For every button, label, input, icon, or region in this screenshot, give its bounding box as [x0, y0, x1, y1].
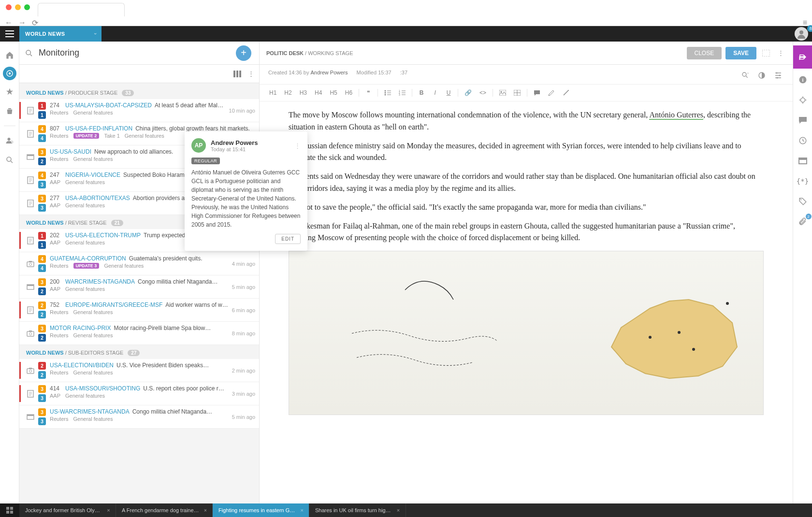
ordered-list-button[interactable]: 123 — [396, 88, 408, 98]
comment-button[interactable] — [531, 88, 543, 98]
list-item[interactable]: 1 1 274 US-MALAYSIA-BOAT-CAPSIZED At lea… — [19, 99, 259, 122]
window-close-icon[interactable] — [6, 4, 12, 10]
browser-menu-icon[interactable]: ≡ — [803, 18, 807, 27]
related-icon[interactable] — [793, 91, 812, 109]
close-button[interactable]: CLOSE — [687, 47, 722, 59]
workspace-tab[interactable]: Jockey and former British Olympic…× — [19, 503, 116, 517]
author-name[interactable]: Andrew Powers — [310, 70, 348, 75]
h5-button[interactable]: H5 — [327, 87, 340, 98]
article-paragraph[interactable]: "It's not to save the people," the offic… — [289, 201, 764, 214]
workspace-tab[interactable]: A French gendarme dog trainer of PSIG× — [116, 503, 213, 517]
more-options-icon[interactable]: ⋮ — [248, 70, 254, 77]
article-paragraph[interactable]: The Russian defence ministry said on Mon… — [289, 140, 764, 164]
history-icon[interactable] — [793, 131, 812, 150]
attachments-icon[interactable]: 2 — [793, 213, 812, 231]
contrast-icon[interactable] — [756, 70, 768, 81]
priority-badge: 3 — [38, 385, 46, 393]
annotation-popover: AP Andrew Powers Today at 15:41 ⋮ REGULA… — [185, 131, 307, 251]
annotated-span[interactable]: António Guterres — [649, 111, 703, 120]
link-button[interactable]: 🔗 — [462, 87, 475, 98]
browser-tab[interactable] — [38, 3, 125, 16]
window-minimize-icon[interactable] — [15, 4, 21, 10]
macros-icon[interactable]: {*} — [793, 172, 812, 190]
desk-dropdown[interactable]: WORLD NEWS — [19, 26, 102, 42]
popover-more-icon[interactable]: ⋮ — [294, 142, 301, 149]
pkg-type-icon — [24, 408, 37, 425]
list-item[interactable]: 3 3 US-WARCRIMES-NTAGANDA Congo militia … — [19, 405, 259, 429]
hamburger-menu-icon[interactable] — [0, 26, 19, 42]
article-body[interactable]: The move by Moscow follows mounting inte… — [260, 101, 793, 503]
suggest-button[interactable] — [560, 87, 572, 98]
search-icon[interactable] — [25, 49, 33, 57]
embedded-map[interactable] — [289, 251, 764, 415]
window-maximize-icon[interactable] — [24, 4, 30, 10]
list-item[interactable]: 4 4 GUATEMALA-CORRUPTION Guatemala's pre… — [19, 252, 259, 275]
pkg-type-icon — [24, 148, 37, 165]
notifications-icon[interactable]: 8 — [791, 27, 812, 41]
bold-button[interactable]: B — [416, 87, 427, 98]
h3-button[interactable]: H3 — [297, 87, 310, 98]
send-to-button[interactable] — [793, 45, 812, 69]
find-replace-icon[interactable]: + — [740, 70, 751, 81]
list-item[interactable]: 3 3 414 USA-MISSOURI/SHOOTING U.S. repor… — [19, 382, 259, 405]
category: General features — [73, 309, 113, 315]
article-paragraph[interactable]: Residents said on Wednesday they were un… — [289, 171, 764, 195]
quote-button[interactable]: ❝ — [362, 87, 374, 98]
home-icon[interactable] — [2, 47, 17, 63]
italic-button[interactable]: I — [429, 87, 441, 98]
list-item[interactable]: 2 2 USA-ELECTIONI/BIDEN U.S. Vice Presid… — [19, 359, 259, 382]
packages-icon[interactable] — [793, 152, 812, 170]
workspace-tab[interactable]: Shares in UK oil firms turn higher× — [309, 503, 406, 517]
comments-rail-icon[interactable] — [793, 111, 812, 129]
slugline: USA-ELECTIONI/BIDEN — [50, 362, 114, 369]
list-view-controls: ⋮ — [19, 65, 259, 83]
add-button[interactable]: + — [236, 45, 251, 61]
h4-button[interactable]: H4 — [312, 87, 325, 98]
urgency-badge: 3 — [38, 394, 46, 402]
trash-icon[interactable] — [2, 103, 17, 119]
monitoring-icon[interactable] — [3, 67, 16, 80]
svg-text:3: 3 — [399, 93, 400, 96]
popover-edit-button[interactable]: EDIT — [275, 234, 301, 244]
tags-icon[interactable] — [793, 192, 812, 211]
embed-button[interactable]: <> — [477, 87, 489, 98]
close-tab-icon[interactable]: × — [204, 507, 206, 513]
h1-button[interactable]: H1 — [266, 87, 279, 98]
list-item[interactable]: 3 2 200 WARCRIMES-NTAGANDA Congo militia… — [19, 275, 259, 299]
h6-button[interactable]: H6 — [342, 87, 355, 98]
article-paragraph[interactable]: The move by Moscow follows mounting inte… — [289, 109, 764, 133]
user-assign-icon[interactable] — [2, 133, 17, 148]
underline-button[interactable]: U — [443, 87, 454, 98]
left-navigation-rail — [0, 42, 19, 503]
back-icon[interactable]: ← — [5, 18, 13, 27]
close-tab-icon[interactable]: × — [397, 507, 400, 513]
annotation-button[interactable] — [545, 87, 558, 98]
workspace-grid-icon[interactable] — [0, 503, 19, 517]
article-paragraph[interactable]: A spokesman for Failaq al-Rahman, one of… — [289, 220, 764, 244]
notification-count: 8 — [807, 25, 812, 32]
settings-sliders-icon[interactable] — [772, 70, 784, 81]
h2-button[interactable]: H2 — [281, 87, 294, 98]
layout-icon[interactable] — [760, 48, 772, 58]
table-button[interactable] — [511, 88, 523, 98]
urgency-badge: 2 — [38, 311, 46, 318]
stage-header[interactable]: WORLD NEWS / PRODUCER STAGE 33 — [19, 85, 259, 99]
user-avatar[interactable] — [795, 27, 808, 41]
info-icon[interactable]: i — [793, 71, 812, 89]
workspace-tab[interactable]: Fighting resumes in eastern Ghouta…× — [213, 503, 309, 517]
image-button[interactable] — [496, 88, 509, 98]
close-tab-icon[interactable]: × — [107, 507, 110, 513]
editor-more-icon[interactable]: ⋮ — [776, 47, 786, 58]
list-item[interactable]: 3 2 MOTOR RACING-PRIX Motor racing-Pirel… — [19, 322, 259, 345]
save-button[interactable]: SAVE — [725, 47, 756, 59]
list-item[interactable]: 2 2 752 EUROPE-MIGRANTS/GREECE-MSF Aid w… — [19, 299, 259, 322]
svg-rect-7 — [233, 71, 235, 77]
stage-header[interactable]: WORLD NEWS / SUB-EDITORS STAGE 27 — [19, 345, 259, 359]
popover-author-name: Andrew Powers — [211, 139, 258, 146]
unordered-list-button[interactable] — [381, 88, 394, 98]
column-view-icon[interactable] — [233, 71, 241, 77]
advanced-search-icon[interactable] — [2, 152, 17, 168]
close-tab-icon[interactable]: × — [300, 507, 303, 513]
star-icon[interactable] — [2, 84, 17, 100]
svg-rect-59 — [6, 507, 9, 510]
